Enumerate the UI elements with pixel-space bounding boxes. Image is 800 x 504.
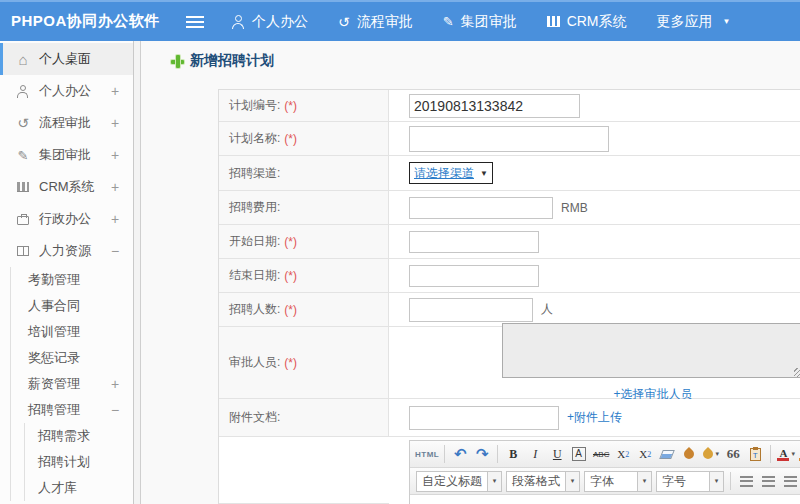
- nav-item-workflow-approval[interactable]: ↺ 流程审批: [338, 13, 413, 31]
- collapse-toggle[interactable]: −: [111, 402, 133, 418]
- chevron-down-icon: ▼: [480, 169, 488, 178]
- align-center-icon[interactable]: [762, 476, 775, 487]
- sidebar-item-desktop[interactable]: ⌂ 个人桌面: [0, 43, 133, 75]
- add-plus-icon: [171, 55, 184, 68]
- sidebar-item-hr[interactable]: 人力资源 −: [0, 235, 133, 267]
- form-row-plan-name: 计划名称:(*): [219, 122, 800, 156]
- align-right-icon[interactable]: [784, 476, 797, 487]
- sidebar-item-attendance[interactable]: 考勤管理: [11, 267, 133, 293]
- expand-toggle[interactable]: +: [111, 211, 133, 227]
- collapse-toggle[interactable]: −: [111, 243, 133, 259]
- sidebar-item-admin-office[interactable]: 行政办公 +: [0, 203, 133, 235]
- currency-suffix: RMB: [561, 201, 588, 215]
- sidebar-item-training[interactable]: 培训管理: [11, 319, 133, 345]
- start-date-input[interactable]: [409, 231, 539, 253]
- nav-label: 集团审批: [461, 13, 517, 31]
- bold-button[interactable]: B: [503, 444, 523, 464]
- resize-handle-icon[interactable]: [794, 368, 800, 377]
- sidebar-item-recruit-mgmt[interactable]: 招聘管理 −: [11, 397, 133, 423]
- format-painter-icon: [701, 447, 715, 461]
- expand-toggle[interactable]: +: [111, 179, 133, 195]
- sidebar-item-rewards[interactable]: 奖惩记录: [11, 345, 133, 371]
- plan-name-input[interactable]: [409, 126, 609, 152]
- required-mark: (*): [284, 356, 297, 370]
- sidebar-item-label: 人力资源: [39, 242, 111, 260]
- top-nav: 个人办公 ↺ 流程审批 ✎ 集团审批 CRM系统 更多应用 ▼: [232, 13, 730, 31]
- paragraph-format-select[interactable]: 段落格式 ▾: [506, 471, 580, 492]
- flow-icon: ↺: [338, 15, 350, 29]
- format-painter-button[interactable]: ▾: [701, 444, 721, 464]
- sidebar-item-label: CRM系统: [39, 178, 111, 196]
- book-icon: [17, 246, 29, 256]
- font-size-select[interactable]: 字号 ▾: [656, 471, 724, 492]
- chart-icon: [547, 16, 560, 27]
- chart-icon: [17, 182, 29, 192]
- redo-icon[interactable]: ↷: [472, 444, 492, 464]
- form-row-end-date: 结束日期:(*): [219, 259, 800, 293]
- headcount-input[interactable]: [409, 298, 533, 322]
- person-icon: [17, 85, 29, 98]
- app-logo: PHPOA协同办公软件: [0, 12, 186, 31]
- nav-item-crm[interactable]: CRM系统: [547, 13, 627, 31]
- attachment-upload-link[interactable]: +附件上传: [567, 409, 622, 426]
- expand-toggle[interactable]: +: [111, 115, 133, 131]
- field-label: 招聘费用:: [229, 199, 280, 216]
- underline-button[interactable]: U: [547, 444, 567, 464]
- sidebar-scrollbar[interactable]: [134, 41, 141, 504]
- sidebar-item-recruit-plan[interactable]: 招聘计划: [25, 449, 133, 475]
- attachment-input[interactable]: [409, 406, 559, 430]
- sidebar-item-group-approval[interactable]: ✎ 集团审批 +: [0, 139, 133, 171]
- font-family-select[interactable]: 字体 ▾: [584, 471, 652, 492]
- nav-more-apps[interactable]: 更多应用 ▼: [657, 13, 731, 31]
- paste-icon[interactable]: T: [750, 448, 761, 461]
- expand-toggle[interactable]: +: [111, 147, 133, 163]
- sidebar-item-label: 流程审批: [39, 114, 111, 132]
- recruit-plan-form: 计划编号:(*) 计划名称:(*) 招聘渠道: 请选择渠道 ▼: [218, 89, 800, 504]
- sidebar-item-workflow-approval[interactable]: ↺ 流程审批 +: [0, 107, 133, 139]
- expand-toggle[interactable]: +: [111, 376, 133, 392]
- nav-item-personal-office[interactable]: 个人办公: [232, 13, 308, 31]
- brush-icon[interactable]: [682, 447, 696, 461]
- align-left-icon[interactable]: [740, 476, 753, 487]
- required-mark: (*): [284, 99, 297, 113]
- required-mark: (*): [284, 132, 297, 146]
- form-row-channel: 招聘渠道: 请选择渠道 ▼: [219, 156, 800, 191]
- sidebar-item-recruit-demand[interactable]: 招聘需求: [25, 423, 133, 449]
- strikethrough-button[interactable]: ABC: [591, 444, 611, 464]
- main-content: 新增招聘计划 计划编号:(*) 计划名称:(*) 招聘渠道:: [141, 41, 800, 504]
- form-row-approvers: 审批人员:(*) +选择审批人员: [219, 327, 800, 399]
- edit-icon: ✎: [15, 148, 31, 163]
- end-date-input[interactable]: [409, 265, 539, 287]
- sidebar-item-salary[interactable]: 薪资管理 +: [11, 371, 133, 397]
- subscript-button[interactable]: X2: [635, 444, 655, 464]
- sidebar-item-label: 行政办公: [39, 210, 111, 228]
- plan-number-input[interactable]: [409, 94, 580, 118]
- channel-select[interactable]: 请选择渠道 ▼: [409, 162, 493, 184]
- field-label: 审批人员:: [229, 354, 280, 371]
- hamburger-menu-icon[interactable]: [186, 13, 204, 31]
- sidebar-item-talent-pool[interactable]: 人才库: [25, 475, 133, 501]
- chevron-down-icon: ▼: [723, 17, 731, 26]
- sidebar-item-hr-contract[interactable]: 人事合同: [11, 293, 133, 319]
- italic-button[interactable]: I: [525, 444, 545, 464]
- nav-item-group-approval[interactable]: ✎ 集团审批: [443, 13, 517, 31]
- unit-suffix: 人: [541, 301, 553, 318]
- budget-input[interactable]: [409, 197, 553, 219]
- approvers-textarea[interactable]: [502, 323, 800, 378]
- superscript-button[interactable]: X2: [613, 444, 633, 464]
- sidebar-item-personal-office[interactable]: 个人办公 +: [0, 75, 133, 107]
- editor-content-area[interactable]: [410, 495, 800, 504]
- sidebar-item-label: 个人桌面: [39, 50, 133, 68]
- undo-icon[interactable]: ↶: [450, 444, 470, 464]
- html-source-button[interactable]: HTML: [415, 444, 439, 464]
- sidebar-hr-submenu: 考勤管理 人事合同 培训管理 奖惩记录 薪资管理 + 招聘管理 − 招聘需求: [10, 267, 133, 501]
- font-color-button[interactable]: A▾: [776, 444, 796, 464]
- eraser-icon[interactable]: [659, 450, 675, 459]
- edit-icon: ✎: [443, 15, 454, 28]
- expand-toggle[interactable]: +: [111, 83, 133, 99]
- custom-heading-select[interactable]: 自定义标题 ▾: [416, 471, 502, 492]
- sidebar-item-crm[interactable]: CRM系统 +: [0, 171, 133, 203]
- blockquote-button[interactable]: 66: [723, 444, 743, 464]
- char-border-button[interactable]: A: [572, 447, 586, 461]
- field-label: 计划名称:: [229, 130, 280, 147]
